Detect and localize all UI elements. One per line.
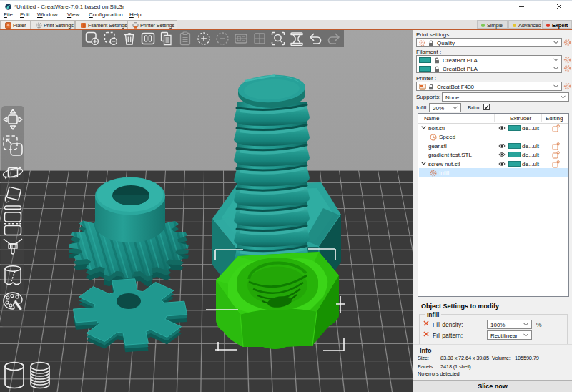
remove-setting-icon[interactable] bbox=[423, 320, 429, 326]
tree-row-infill-selected[interactable]: Infill bbox=[419, 168, 568, 177]
visibility-eye-icon[interactable] bbox=[498, 125, 506, 131]
size-label: Size: bbox=[418, 355, 429, 361]
add-object-icon[interactable] bbox=[84, 31, 100, 46]
app-logo-icon bbox=[5, 4, 11, 10]
filament-2-gear-button[interactable] bbox=[563, 64, 571, 72]
remove-instance-icon[interactable] bbox=[214, 31, 230, 46]
print-settings-combo[interactable]: Quality bbox=[416, 38, 562, 47]
maximize-button[interactable] bbox=[538, 1, 555, 12]
paste-icon[interactable] bbox=[177, 31, 193, 46]
solid-view-icon[interactable] bbox=[3, 361, 26, 391]
window-title: *Untitled - CreatWare-7.0.1 based on Sli… bbox=[14, 4, 124, 10]
copy-icon[interactable] bbox=[159, 31, 174, 46]
infill-combo[interactable]: 20% bbox=[429, 103, 461, 112]
remove-object-icon[interactable] bbox=[103, 31, 119, 46]
star-gear-model[interactable] bbox=[73, 279, 187, 352]
delete-all-icon[interactable] bbox=[122, 31, 137, 46]
visibility-eye-icon[interactable] bbox=[498, 152, 506, 157]
brim-checkbox[interactable] bbox=[483, 104, 490, 110]
screw-nut-model[interactable] bbox=[216, 252, 339, 349]
remove-setting-icon[interactable] bbox=[423, 331, 429, 337]
split-parts-icon[interactable] bbox=[252, 31, 267, 46]
tree-row-screw-nut[interactable]: screw nut.stl de...ult bbox=[419, 160, 568, 168]
extruder-color-swatch[interactable] bbox=[508, 125, 521, 131]
fill-density-row: Fill density: 100% % bbox=[423, 320, 566, 329]
paint-tool-icon[interactable] bbox=[1, 237, 24, 260]
edit-object-icon[interactable] bbox=[552, 160, 560, 168]
visibility-eye-icon[interactable] bbox=[498, 161, 506, 167]
errors-status: No errors detected bbox=[418, 371, 460, 377]
print-settings-gear-button[interactable] bbox=[563, 39, 571, 46]
layers-view-icon[interactable] bbox=[29, 361, 51, 391]
tree-row-bolt[interactable]: bolt.stl de...ult bbox=[419, 124, 568, 132]
undo-icon[interactable] bbox=[307, 31, 323, 46]
seam-tool-icon[interactable] bbox=[1, 264, 24, 288]
printer-gear-button[interactable] bbox=[563, 82, 571, 90]
split-objects-icon[interactable] bbox=[233, 31, 249, 46]
advanced-dot-icon bbox=[513, 24, 516, 27]
gear-model[interactable] bbox=[69, 177, 208, 288]
redo-icon[interactable] bbox=[326, 31, 342, 46]
speed-clock-icon bbox=[430, 134, 437, 141]
mode-simple-button[interactable]: Simple bbox=[477, 20, 508, 29]
cut-icon[interactable] bbox=[289, 31, 305, 46]
extruder-color-swatch[interactable] bbox=[508, 143, 521, 149]
add-instance-icon[interactable] bbox=[196, 31, 212, 46]
tool-palette bbox=[1, 106, 24, 328]
filament-1-gear-button[interactable] bbox=[563, 56, 571, 64]
minimize-button[interactable] bbox=[519, 1, 536, 12]
fill-pattern-combo[interactable]: Rectilinear bbox=[487, 330, 532, 340]
menu-bar: File Edit Window View Configuration Help bbox=[0, 11, 572, 20]
menu-edit[interactable]: Edit bbox=[20, 11, 30, 18]
tree-row-gradient[interactable]: gradient test.STL de...ult bbox=[419, 150, 568, 159]
menu-file[interactable]: File bbox=[4, 11, 13, 18]
scene-objects bbox=[0, 30, 413, 392]
tab-print-settings[interactable]: Print Settings bbox=[31, 20, 75, 29]
close-icon bbox=[556, 4, 562, 9]
3d-viewport[interactable] bbox=[0, 30, 413, 392]
title-bar: *Untitled - CreatWare-7.0.1 based on Sli… bbox=[0, 0, 572, 11]
arrange-icon[interactable] bbox=[140, 31, 156, 46]
expander-icon[interactable] bbox=[421, 162, 426, 165]
tree-row-speed[interactable]: Speed bbox=[419, 132, 568, 141]
maximize-icon bbox=[538, 4, 543, 9]
edit-object-icon[interactable] bbox=[552, 142, 560, 150]
rotate-tool-icon[interactable] bbox=[1, 160, 24, 186]
extruder-color-swatch[interactable] bbox=[508, 161, 521, 167]
color-palette-tool-icon[interactable] bbox=[1, 290, 24, 315]
chevron-down-icon bbox=[553, 84, 558, 88]
menu-view[interactable]: View bbox=[67, 11, 79, 18]
place-on-face-tool-icon[interactable] bbox=[1, 186, 24, 206]
tab-plater[interactable]: Plater bbox=[0, 20, 31, 29]
profile-gear-icon bbox=[419, 40, 425, 46]
expander-icon[interactable] bbox=[421, 126, 426, 129]
menu-configuration[interactable]: Configuration bbox=[89, 11, 123, 18]
fill-density-combo[interactable]: 100% bbox=[487, 320, 532, 329]
close-button[interactable] bbox=[556, 1, 572, 12]
move-tool-icon[interactable] bbox=[1, 107, 24, 133]
tab-printer-settings[interactable]: Printer Settings bbox=[127, 20, 177, 29]
tab-filament-settings[interactable]: Filament Settings bbox=[75, 20, 127, 29]
printer-combo[interactable]: CreatBot F430 bbox=[416, 82, 562, 91]
supports-combo[interactable]: None bbox=[442, 92, 569, 102]
expert-dot-icon bbox=[546, 24, 550, 27]
object-settings-title: Object Settings to modify bbox=[421, 303, 499, 310]
tree-row-gear[interactable]: gear.stl de...ult bbox=[419, 142, 568, 150]
mode-expert-button[interactable]: Expert bbox=[542, 20, 572, 29]
edit-object-icon[interactable] bbox=[552, 151, 560, 159]
menu-help[interactable]: Help bbox=[129, 11, 141, 18]
cut-tool-icon[interactable] bbox=[1, 205, 24, 237]
infill-groupbox: Infill Fill density: 100% % Fill pattern… bbox=[419, 314, 568, 345]
mode-advanced-button[interactable]: Advanced bbox=[508, 20, 541, 29]
zoom-fit-icon[interactable] bbox=[270, 31, 286, 46]
view-mode-toggles bbox=[3, 361, 89, 392]
extruder-color-swatch[interactable] bbox=[508, 152, 521, 157]
plater-tab-icon bbox=[5, 22, 11, 29]
filament-combo-2[interactable]: CreatBot PLA bbox=[416, 64, 562, 73]
visibility-eye-icon[interactable] bbox=[498, 143, 506, 149]
slice-now-button[interactable]: Slice now bbox=[413, 380, 572, 392]
size-value: 83.88 x 72.64 x 39.85 bbox=[440, 355, 489, 361]
scale-tool-icon[interactable] bbox=[1, 134, 24, 160]
menu-window[interactable]: Window bbox=[37, 11, 57, 18]
edit-object-icon[interactable] bbox=[552, 124, 560, 132]
